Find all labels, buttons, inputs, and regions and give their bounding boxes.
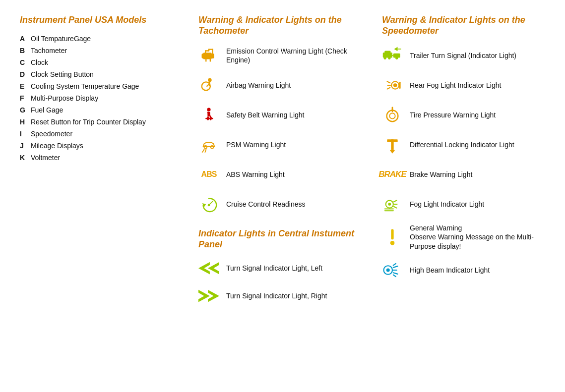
brake-label: Brake Warning Light	[410, 170, 472, 179]
item-text: Mileage Displays	[31, 142, 83, 150]
item-text: Fuel Gage	[31, 106, 63, 114]
svg-point-46	[392, 111, 393, 112]
indicator-cruise: Cruise Control Readiness	[198, 194, 372, 215]
svg-line-62	[393, 266, 398, 268]
svg-point-24	[208, 204, 210, 207]
list-item: HReset Button for Trip Counter Display	[20, 118, 188, 126]
rearfog-label: Rear Fog Light Indicator Light	[410, 81, 501, 90]
item-letter: H	[20, 118, 31, 126]
indicator-tirepressure: Tire Pressure Warning Light	[382, 105, 545, 125]
svg-point-41	[393, 83, 397, 87]
svg-rect-57	[391, 229, 393, 240]
item-text: Cooling System Temperature Gage	[31, 82, 139, 90]
list-item: CClock	[20, 58, 188, 66]
svg-line-63	[393, 273, 398, 274]
page-layout: Instrument Panel USA Models AOil Tempatu…	[20, 15, 545, 314]
abs-label: ABS Warning Light	[226, 170, 285, 179]
turn-left-icon	[198, 259, 219, 278]
trailer-label: Trailer Turn Signal (Indicator Light)	[410, 51, 516, 60]
indicator-airbag: Airbag Warning Light	[198, 75, 372, 96]
airbag-label: Airbag Warning Light	[226, 81, 291, 90]
svg-rect-19	[210, 116, 212, 120]
svg-rect-30	[384, 51, 390, 54]
list-item: ISpeedometer	[20, 130, 188, 138]
item-letter: C	[20, 58, 31, 66]
highbeam-label: High Beam Indicator Light	[410, 266, 490, 275]
list-item: JMileage Displays	[20, 142, 188, 150]
warning-label: General WarningObserve Warning Message o…	[410, 224, 545, 251]
svg-point-14	[207, 108, 210, 112]
indicator-warning: General WarningObserve Warning Message o…	[382, 224, 545, 251]
col3-speedometer: Warning & Indicator Lights on the Speedo…	[372, 15, 545, 314]
difflocking-label: Differential Locking Indicator Light	[410, 140, 514, 149]
item-letter: F	[20, 94, 31, 102]
svg-point-10	[208, 78, 212, 82]
svg-point-35	[395, 57, 398, 59]
svg-point-34	[388, 57, 390, 59]
abs-icon: ABS	[198, 164, 219, 185]
brake-icon: BRAKE	[382, 164, 403, 185]
col2-title2: Indicator Lights in Central Instument Pa…	[198, 228, 372, 250]
indicator-seatbelt: Safety Belt Warning Light	[198, 105, 372, 125]
psm-icon	[198, 134, 219, 155]
indicator-emission: Emission Control Warning Light (Check En…	[198, 45, 372, 66]
cruise-label: Cruise Control Readiness	[226, 200, 306, 209]
item-letter: G	[20, 106, 31, 114]
item-text: Oil TempatureGage	[31, 35, 91, 43]
tirepressure-icon	[382, 105, 403, 125]
svg-line-13	[207, 84, 209, 86]
turn-right-icon	[198, 286, 219, 305]
seatbelt-icon	[198, 105, 219, 125]
item-text: Clock Setting Button	[31, 70, 94, 78]
svg-line-53	[394, 201, 397, 202]
col2-tachometer: Warning & Indicator Lights on the Tachom…	[188, 15, 372, 314]
indicator-trailer: Trailer Turn Signal (Indicator Light)	[382, 45, 545, 66]
svg-point-51	[388, 203, 391, 206]
svg-rect-48	[387, 140, 397, 142]
col1-instrument-panel: Instrument Panel USA Models AOil Tempatu…	[20, 15, 188, 314]
item-letter: D	[20, 70, 31, 78]
svg-rect-1	[202, 54, 204, 58]
item-text: Voltmeter	[31, 154, 60, 162]
indicator-difflocking: Differential Locking Indicator Light	[382, 134, 545, 155]
emission-label: Emission Control Warning Light (Check En…	[226, 47, 372, 64]
indicator-psm: PSM Warning Light	[198, 134, 372, 155]
psm-label: PSM Warning Light	[226, 140, 286, 149]
list-item: GFuel Gage	[20, 106, 188, 114]
item-letter: B	[20, 47, 31, 55]
abs-text: ABS	[201, 170, 217, 179]
list-item: DClock Setting Button	[20, 70, 188, 78]
item-text: Speedometer	[31, 130, 72, 138]
trailer-icon	[382, 45, 403, 66]
svg-marker-36	[394, 47, 401, 52]
difflocking-icon	[382, 134, 403, 155]
indicator-rearfog: Rear Fog Light Indicator Light	[382, 75, 545, 96]
indicator-foglight: Fog Light Indicator Light	[382, 194, 545, 215]
list-item: ECooling System Temperature Gage	[20, 82, 188, 90]
tirepressure-label: Tire Pressure Warning Light	[410, 111, 496, 119]
item-text: Tachometer	[31, 47, 67, 55]
instrument-list: AOil TempatureGageBTachometerCClockDCloc…	[20, 35, 188, 162]
airbag-icon	[198, 75, 219, 96]
indicator-turn-left: Turn Signal Indicator Light, Left	[198, 259, 372, 278]
item-text: Clock	[31, 58, 48, 66]
item-letter: J	[20, 142, 31, 150]
col1-title: Instrument Panel USA Models	[20, 15, 188, 26]
cruise-icon	[198, 194, 219, 215]
item-letter: E	[20, 82, 31, 90]
indicator-turn-right: Turn Signal Indicator Light, Right	[198, 286, 372, 305]
item-letter: K	[20, 154, 31, 162]
svg-line-40	[387, 88, 390, 89]
col3-title: Warning & Indicator Lights on the Speedo…	[382, 15, 545, 36]
svg-line-65	[393, 275, 396, 277]
svg-rect-18	[207, 116, 209, 120]
list-item: BTachometer	[20, 47, 188, 55]
svg-line-54	[394, 207, 397, 208]
highbeam-icon	[382, 260, 403, 280]
seatbelt-label: Safety Belt Warning Light	[226, 111, 304, 119]
list-item: AOil TempatureGage	[20, 35, 188, 43]
svg-point-60	[386, 268, 390, 272]
turn-left-label: Turn Signal Indicator Light, Left	[226, 264, 322, 273]
indicator-brake: BRAKE Brake Warning Light	[382, 164, 545, 185]
svg-marker-49	[390, 150, 395, 154]
